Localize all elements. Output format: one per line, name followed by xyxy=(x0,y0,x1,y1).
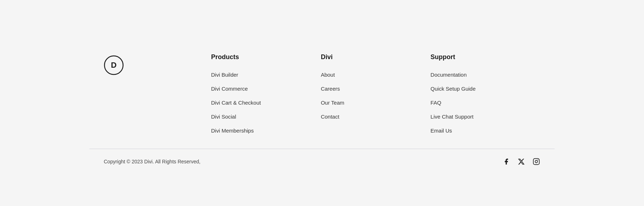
social-icons xyxy=(502,158,540,166)
products-link-divi-social[interactable]: Divi Social xyxy=(211,114,236,120)
products-link-divi-memberships[interactable]: Divi Memberships xyxy=(211,128,254,134)
products-link-divi-builder[interactable]: Divi Builder xyxy=(211,72,238,78)
copyright-text: Copyright © 2023 Divi. All Rights Reserv… xyxy=(104,159,200,164)
list-item: FAQ xyxy=(430,99,540,106)
list-item: Contact xyxy=(321,113,431,120)
divi-heading: Divi xyxy=(321,53,431,61)
footer-col-support: Support Documentation Quick Setup Guide … xyxy=(430,53,540,134)
divi-logo-icon: D xyxy=(104,55,124,75)
svg-text:D: D xyxy=(111,61,117,70)
footer-main: D Products Divi Builder Divi Commerce Di… xyxy=(89,32,555,149)
list-item: Divi Social xyxy=(211,113,321,120)
list-item: Live Chat Support xyxy=(430,113,540,120)
footer-col-products: Products Divi Builder Divi Commerce Divi… xyxy=(211,53,321,134)
list-item: Our Team xyxy=(321,99,431,106)
list-item: Documentation xyxy=(430,71,540,78)
logo-section: D xyxy=(104,53,211,75)
products-link-divi-commerce[interactable]: Divi Commerce xyxy=(211,86,248,92)
svg-point-3 xyxy=(535,161,538,163)
facebook-icon[interactable] xyxy=(502,158,510,166)
footer-col-divi: Divi About Careers Our Team Contact xyxy=(321,53,431,134)
footer-columns: Products Divi Builder Divi Commerce Divi… xyxy=(211,53,540,134)
support-link-live-chat[interactable]: Live Chat Support xyxy=(430,114,473,120)
list-item: Divi Memberships xyxy=(211,127,321,134)
divi-link-about[interactable]: About xyxy=(321,72,335,78)
list-item: Careers xyxy=(321,85,431,92)
products-links: Divi Builder Divi Commerce Divi Cart & C… xyxy=(211,71,321,134)
list-item: Divi Builder xyxy=(211,71,321,78)
list-item: Divi Cart & Checkout xyxy=(211,99,321,106)
svg-point-4 xyxy=(538,159,538,160)
support-link-documentation[interactable]: Documentation xyxy=(430,72,467,78)
list-item: Email Us xyxy=(430,127,540,134)
svg-rect-2 xyxy=(533,159,540,165)
products-link-divi-cart[interactable]: Divi Cart & Checkout xyxy=(211,100,261,106)
divi-link-contact[interactable]: Contact xyxy=(321,114,340,120)
footer-bottom: Copyright © 2023 Divi. All Rights Reserv… xyxy=(89,149,555,174)
instagram-icon[interactable] xyxy=(532,158,540,166)
x-twitter-icon[interactable] xyxy=(517,158,525,166)
support-link-quick-setup[interactable]: Quick Setup Guide xyxy=(430,86,475,92)
support-link-email-us[interactable]: Email Us xyxy=(430,128,452,134)
products-heading: Products xyxy=(211,53,321,61)
divi-link-our-team[interactable]: Our Team xyxy=(321,100,345,106)
list-item: Quick Setup Guide xyxy=(430,85,540,92)
list-item: Divi Commerce xyxy=(211,85,321,92)
support-link-faq[interactable]: FAQ xyxy=(430,100,441,106)
divi-link-careers[interactable]: Careers xyxy=(321,86,340,92)
list-item: About xyxy=(321,71,431,78)
support-links: Documentation Quick Setup Guide FAQ Live… xyxy=(430,71,540,134)
divi-links: About Careers Our Team Contact xyxy=(321,71,431,120)
footer-top: D Products Divi Builder Divi Commerce Di… xyxy=(104,53,540,134)
support-heading: Support xyxy=(430,53,540,61)
